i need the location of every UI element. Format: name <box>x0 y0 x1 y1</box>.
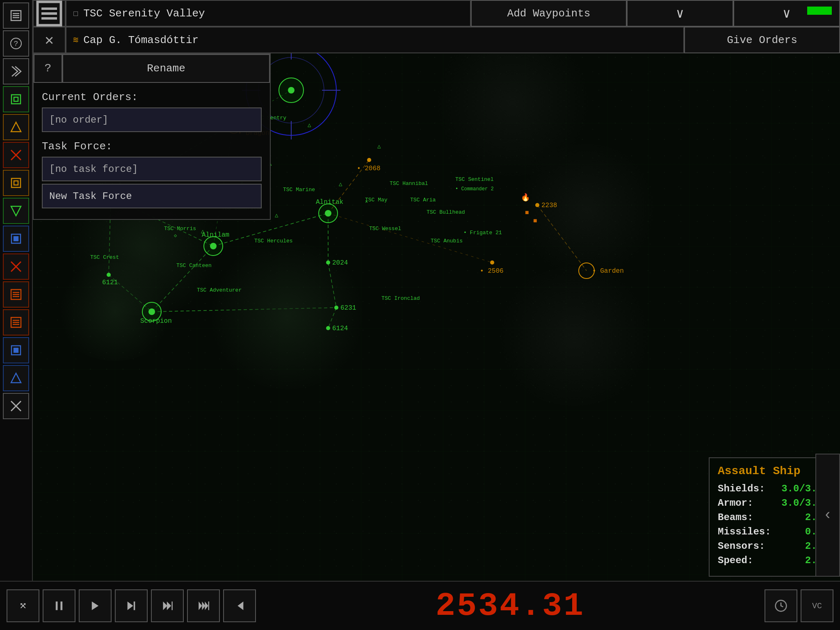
give-orders-button[interactable]: Give Orders <box>684 27 840 53</box>
clock-button[interactable] <box>765 589 797 622</box>
svg-marker-63 <box>163 602 168 610</box>
stat-shields: Shields:3.0/3.0 <box>718 483 823 494</box>
compress-button[interactable]: ⤧ <box>7 589 39 622</box>
sidebar-item-orange-square[interactable] <box>3 170 29 196</box>
svg-marker-66 <box>199 602 202 610</box>
panel-orders: Current Orders: [no order] <box>34 83 270 136</box>
svg-marker-70 <box>237 602 243 610</box>
svg-marker-68 <box>205 602 208 610</box>
stat-label-speed: Speed: <box>718 555 753 566</box>
sidebar-item-red-stack[interactable] <box>3 281 29 308</box>
svg-marker-13 <box>11 206 21 216</box>
nebula-5 <box>513 144 660 275</box>
svg-marker-28 <box>11 373 21 383</box>
panel-rename-button[interactable]: Rename <box>62 54 270 83</box>
taskforce-none-option[interactable]: [no task force] <box>42 157 262 181</box>
assault-icon-1: ■ <box>525 209 529 217</box>
top-bar: ✕ ☐ TSC Serenity Valley Add Waypoints ∨ … <box>33 0 840 53</box>
panel-help-button[interactable]: ? <box>34 54 62 83</box>
nebula-6 <box>492 267 656 406</box>
vc-button[interactable]: VC <box>801 589 833 622</box>
unit2-label: ≋ Cap G. Tómasdóttir <box>66 27 684 53</box>
tsc-label-7: TSC May <box>365 197 388 203</box>
play-button[interactable] <box>79 589 112 622</box>
step-forward-button[interactable] <box>115 589 148 622</box>
main-controls: ☐ TSC Serenity Valley Add Waypoints ∨ ∨ … <box>66 0 840 53</box>
assault-cluster: 🔥 <box>521 193 530 202</box>
panel-header: ? Rename <box>34 54 270 83</box>
svg-marker-8 <box>11 122 21 132</box>
panel-overlay: ? Rename Current Orders: [no order] Task… <box>33 53 271 220</box>
orders-box[interactable]: [no order] <box>42 107 262 132</box>
bottom-right-buttons: VC <box>765 589 833 622</box>
marker-9: △ <box>275 212 278 219</box>
svg-rect-27 <box>14 348 18 352</box>
stat-armor: Armor:3.0/3.0 <box>718 498 823 509</box>
sidebar-item-forward[interactable] <box>3 58 29 84</box>
tsc-label-15: TSC Bullhead <box>427 209 465 215</box>
panel-taskforce: Task Force: [no task force] New Task For… <box>34 136 270 219</box>
svg-rect-11 <box>11 178 21 187</box>
scroll-right-button[interactable]: ‹ <box>815 454 840 577</box>
commander-label: • Commander 2 <box>455 186 494 192</box>
sidebar-item-green-square[interactable] <box>3 86 29 112</box>
unit1-icon: ☐ <box>73 8 78 19</box>
stat-label-armor: Armor: <box>718 498 753 509</box>
tsc-label-17: TSC Sentinel <box>455 176 494 183</box>
tsc-label-4: TSC Morris <box>164 226 196 232</box>
sidebar-item-red-x[interactable] <box>3 142 29 168</box>
stat-label-shields: Shields: <box>718 483 765 494</box>
back-button[interactable] <box>223 589 256 622</box>
tsc-label-13: TSC Crest <box>90 254 119 260</box>
assault-panel-title: Assault Ship <box>718 465 823 477</box>
marker-10: ✕ <box>365 199 368 205</box>
tsc-label-3: TSC Marine <box>283 187 315 193</box>
unit1-name: TSC Serenity Valley <box>83 7 205 20</box>
tsc-label-18: TSC Anubis <box>431 238 463 244</box>
sidebar-item-blue-triangle[interactable] <box>3 365 29 391</box>
sidebar-item-help[interactable]: ? <box>3 30 29 57</box>
svg-rect-15 <box>14 237 18 241</box>
time-display: 2534.31 <box>259 587 761 625</box>
sidebar-item-blue-square[interactable] <box>3 226 29 252</box>
svg-rect-12 <box>14 181 18 185</box>
stat-label-sensors: Sensors: <box>718 541 765 552</box>
unit2-name: Cap G. Tómasdóttir <box>83 34 199 46</box>
svg-marker-61 <box>128 602 133 610</box>
menu-button[interactable] <box>33 0 66 27</box>
assault-ship-panel: Assault Ship Shields:3.0/3.0Armor:3.0/3.… <box>709 457 832 577</box>
svg-line-47 <box>328 213 492 262</box>
assault-icon-2: ■ <box>533 217 537 225</box>
stat-sensors: Sensors:2.0 <box>718 541 823 552</box>
sidebar-item-menu[interactable] <box>3 2 29 29</box>
pause-button[interactable] <box>43 589 75 622</box>
add-waypoints-button[interactable]: Add Waypoints <box>471 0 627 27</box>
svg-rect-65 <box>172 602 173 610</box>
sidebar-item-green-triangle[interactable] <box>3 198 29 224</box>
svg-rect-69 <box>208 602 209 610</box>
crosshair-inner <box>275 74 308 107</box>
bottom-bar: ⤧ 2534.31 <box>0 581 840 630</box>
sidebar-item-blue-square2[interactable] <box>3 337 29 363</box>
svg-point-57 <box>288 87 294 94</box>
marker-4: △ <box>308 121 311 128</box>
stat-speed: Speed:2.5 <box>718 555 823 566</box>
svg-marker-67 <box>202 602 205 610</box>
fast-forward-button[interactable] <box>187 589 220 622</box>
marker-5: △ <box>339 180 342 187</box>
sidebar-item-red-x2[interactable] <box>3 253 29 280</box>
close-button[interactable]: ✕ <box>33 27 66 53</box>
sidebar-item-close[interactable] <box>3 393 29 419</box>
svg-rect-7 <box>14 97 18 101</box>
tsc-label-19: • Frigate 21 <box>463 230 502 236</box>
sidebar-item-red-stack2[interactable] <box>3 309 29 336</box>
svg-rect-59 <box>61 602 63 610</box>
svg-rect-62 <box>134 602 135 610</box>
marker-8: △ <box>201 228 204 235</box>
sidebar-item-orange-triangle[interactable] <box>3 114 29 140</box>
tsc-label-14: TSC Ironclad <box>381 295 420 301</box>
dropdown1-button[interactable]: ∨ <box>627 0 733 27</box>
tsc-label-9: TSC Aria <box>410 197 436 203</box>
step-forward2-button[interactable] <box>151 589 184 622</box>
taskforce-new-option[interactable]: New Task Force <box>42 184 262 208</box>
